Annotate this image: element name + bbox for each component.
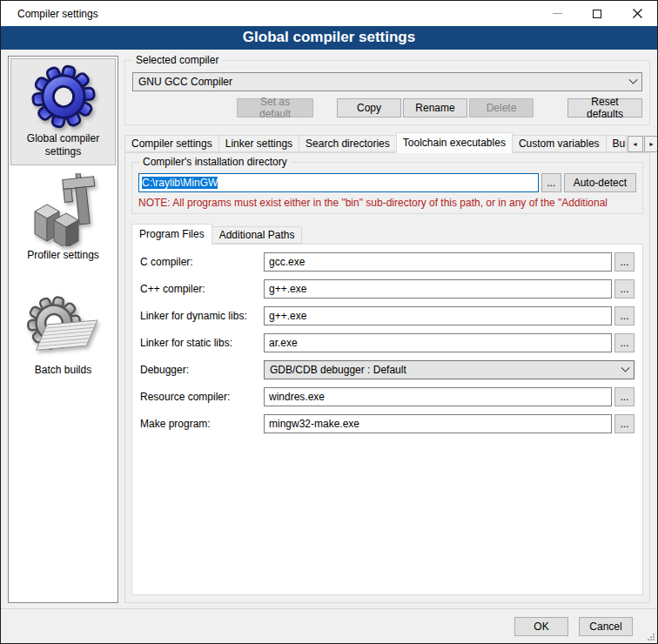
make-program-browse-button[interactable]: ... (614, 414, 634, 433)
sidebar-item-label: Profiler settings (13, 249, 113, 262)
delete-button[interactable]: Delete (469, 98, 534, 117)
tab-linker-settings[interactable]: Linker settings (218, 135, 299, 152)
cancel-button[interactable]: Cancel (579, 617, 633, 636)
dialog-footer: OK Cancel (1, 608, 657, 643)
static-linker-input[interactable] (264, 333, 612, 352)
installation-directory-browse-button[interactable]: ... (541, 173, 561, 192)
tab-scroll-controls: ◄ ► (626, 136, 657, 152)
resource-compiler-row: Resource compiler: ... (140, 387, 634, 406)
make-program-row: Make program: ... (140, 414, 634, 433)
chevron-down-icon (629, 75, 638, 84)
selected-compiler-group: Selected compiler GNU GCC Compiler Set a… (124, 60, 650, 125)
set-as-default-button[interactable]: Set as default (237, 98, 313, 117)
debugger-select[interactable]: GDB/CDB debugger : Default (264, 360, 634, 379)
c-compiler-label: C compiler: (140, 256, 264, 268)
close-button[interactable] (617, 1, 657, 26)
compiler-buttons-row: Set as default Copy Rename Delete Reset … (132, 98, 642, 117)
settings-category-list: Global compiler settings (8, 56, 118, 603)
main-panel: Selected compiler GNU GCC Compiler Set a… (124, 56, 650, 608)
sidebar-item-label: Global compiler settings (13, 132, 113, 158)
installation-directory-input[interactable]: C:\raylib\MinGW (138, 173, 539, 192)
make-program-label: Make program: (140, 418, 264, 430)
installation-directory-row: C:\raylib\MinGW ... Auto-detect (138, 173, 636, 192)
static-linker-row: Linker for static libs: ... (140, 333, 634, 352)
window-title: Compiler settings (1, 8, 537, 20)
tab-scroll-left-button[interactable]: ◄ (628, 136, 643, 152)
dynamic-linker-browse-button[interactable]: ... (614, 306, 634, 325)
tab-build-options[interactable]: Build options (606, 135, 627, 152)
maximize-icon (593, 10, 601, 18)
bin-subdirectory-note: NOTE: All programs must exist either in … (138, 197, 636, 209)
tab-compiler-settings[interactable]: Compiler settings (124, 135, 219, 152)
copy-button[interactable]: Copy (337, 98, 401, 117)
program-files-tab-bar: Program Files Additional Paths (131, 223, 643, 244)
static-linker-browse-button[interactable]: ... (614, 333, 634, 352)
gear-stack-icon (24, 295, 103, 361)
tab-scroll-right-button[interactable]: ► (644, 136, 657, 152)
rename-button[interactable]: Rename (403, 98, 467, 117)
debugger-label: Debugger: (140, 364, 264, 376)
program-files-notebook: Program Files Additional Paths C compile… (131, 223, 643, 595)
close-icon (633, 9, 642, 18)
dialog-header: Global compiler settings (1, 26, 657, 50)
caliper-icon (28, 173, 99, 246)
arrow-left-icon: ◄ (632, 141, 638, 147)
tab-search-directories[interactable]: Search directories (299, 135, 397, 152)
compiler-select-value: GNU GCC Compiler (138, 76, 630, 88)
cpp-compiler-row: C++ compiler: ... (140, 279, 634, 299)
sidebar-item-label: Batch builds (13, 364, 113, 377)
titlebar: Compiler settings (1, 1, 657, 26)
debugger-select-value: GDB/CDB debugger : Default (270, 364, 622, 376)
minimize-icon (553, 13, 562, 14)
sidebar-item-global-compiler-settings[interactable]: Global compiler settings (10, 58, 116, 165)
cpp-compiler-browse-button[interactable]: ... (614, 279, 634, 299)
installation-directory-legend: Compiler's installation directory (139, 156, 291, 168)
dynamic-linker-row: Linker for dynamic libs: ... (140, 306, 634, 325)
tab-custom-variables[interactable]: Custom variables (512, 135, 607, 152)
maximize-button[interactable] (577, 1, 617, 26)
resize-grip[interactable] (647, 633, 655, 641)
make-program-input[interactable] (264, 414, 612, 433)
tab-program-files[interactable]: Program Files (131, 224, 212, 245)
chevron-down-icon (621, 363, 630, 372)
static-linker-label: Linker for static libs: (140, 337, 264, 349)
sidebar-item-batch-builds[interactable]: Batch builds (10, 290, 116, 384)
resource-compiler-label: Resource compiler: (140, 391, 264, 403)
c-compiler-input[interactable] (264, 252, 612, 272)
tab-additional-paths[interactable]: Additional Paths (212, 226, 303, 244)
tab-toolchain-executables[interactable]: Toolchain executables (396, 132, 513, 153)
dynamic-linker-input[interactable] (264, 306, 612, 325)
cpp-compiler-input[interactable] (264, 279, 612, 299)
cpp-compiler-label: C++ compiler: (140, 283, 264, 295)
c-compiler-row: C compiler: ... (140, 252, 634, 272)
sidebar-item-profiler-settings[interactable]: Profiler settings (10, 168, 116, 269)
ok-button[interactable]: OK (514, 617, 568, 636)
settings-tab-bar: Compiler settings Linker settings Search… (124, 131, 650, 152)
auto-detect-button[interactable]: Auto-detect (564, 173, 636, 192)
toolchain-executables-page: Compiler's installation directory C:\ray… (124, 152, 650, 603)
installation-directory-value: C:\raylib\MinGW (142, 177, 218, 189)
installation-directory-group: Compiler's installation directory C:\ray… (131, 162, 643, 214)
compiler-settings-dialog: Compiler settings Global compiler settin… (0, 0, 658, 644)
debugger-row: Debugger: GDB/CDB debugger : Default (140, 360, 634, 379)
gear-icon (30, 64, 97, 130)
selected-compiler-legend: Selected compiler (132, 54, 222, 66)
dynamic-linker-label: Linker for dynamic libs: (140, 310, 264, 322)
dialog-body: Global compiler settings (1, 50, 657, 608)
resource-compiler-browse-button[interactable]: ... (614, 387, 634, 406)
reset-defaults-button[interactable]: Reset defaults (567, 98, 642, 117)
program-files-page: C compiler: ... C++ compiler: ... Linker… (131, 244, 643, 595)
arrow-right-icon: ► (648, 141, 655, 147)
compiler-select[interactable]: GNU GCC Compiler (132, 72, 642, 91)
minimize-button[interactable] (537, 1, 577, 26)
resource-compiler-input[interactable] (264, 387, 612, 406)
c-compiler-browse-button[interactable]: ... (614, 252, 634, 272)
